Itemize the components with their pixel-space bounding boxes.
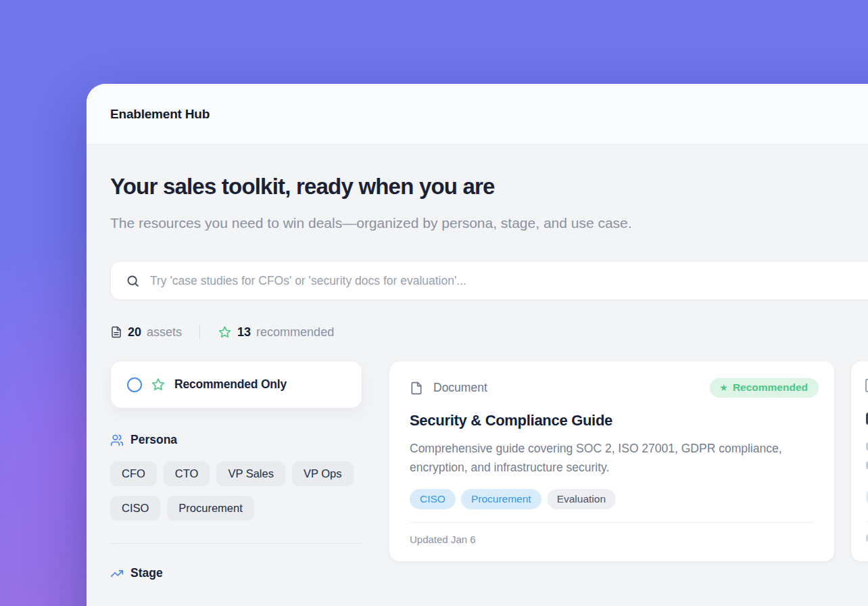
- search-input[interactable]: [150, 274, 868, 288]
- file-icon: [865, 379, 868, 392]
- asset-tags: CISO Procurement Evaluation: [410, 489, 819, 509]
- assets-label: assets: [147, 325, 182, 340]
- persona-chip-cto[interactable]: CTO: [164, 461, 210, 486]
- asset-description: Comprehensive guide covering SOC 2, ISO …: [410, 439, 809, 477]
- card-divider: [410, 522, 814, 523]
- assets-count: 20: [128, 325, 141, 340]
- asset-updated: Updated Jan 6: [410, 534, 819, 545]
- search-bar[interactable]: [110, 261, 868, 300]
- asset-card-security-compliance-guide[interactable]: Document ★ Recommended Security & Compli…: [389, 360, 835, 562]
- recommended-stat: 13 recommended: [218, 325, 334, 340]
- recommended-badge: ★ Recommended: [710, 378, 819, 398]
- recommended-only-label: Recommended Only: [174, 377, 287, 392]
- tag-evaluation[interactable]: Evaluation: [547, 489, 616, 509]
- persona-chip-procurement[interactable]: Procurement: [167, 496, 254, 521]
- trending-up-icon: [110, 567, 124, 580]
- recommended-count: 13: [237, 325, 251, 340]
- file-icon: [410, 380, 423, 396]
- star-icon: [151, 377, 166, 392]
- window-header: Enablement Hub: [87, 84, 868, 145]
- asset-type-label: Document: [433, 381, 487, 395]
- recommended-label: recommended: [256, 325, 334, 340]
- card-top-row: Document ★ Recommended: [410, 378, 819, 398]
- asset-cards-row: Document ★ Recommended Security & Compli…: [389, 360, 868, 580]
- page-subtitle: The resources you need to win deals—orga…: [110, 210, 670, 237]
- persona-chips: CFO CTO VP Sales VP Ops CISO Procurement: [110, 461, 362, 521]
- desktop: { "app": { "title": "Enablement Hub" }, …: [0, 0, 868, 606]
- asset-title: Security & Compliance Guide: [410, 412, 819, 429]
- stage-label: Stage: [130, 566, 163, 580]
- recommended-only-toggle[interactable]: Recommended Only: [110, 360, 362, 409]
- stats-divider: [199, 325, 200, 340]
- main-row: Recommended Only Persona CFO CTO VP Sale…: [110, 360, 868, 580]
- page-title: Your sales toolkit, ready when you are: [110, 174, 868, 200]
- persona-heading: Persona: [110, 433, 362, 447]
- persona-chip-ciso[interactable]: CISO: [110, 496, 160, 521]
- tag-ciso[interactable]: CISO: [410, 489, 456, 509]
- main-content: Your sales toolkit, ready when you are T…: [87, 174, 868, 580]
- file-text-icon: [110, 325, 122, 339]
- assets-stat: 20 assets: [110, 325, 182, 340]
- tag-procurement[interactable]: Procurement: [461, 489, 541, 509]
- app-window: Enablement Hub Your sales toolkit, ready…: [87, 84, 868, 606]
- sidebar-divider: [110, 543, 362, 544]
- persona-chip-vp-sales[interactable]: VP Sales: [216, 461, 285, 486]
- users-icon: [110, 434, 124, 447]
- toggle-circle-icon[interactable]: [127, 377, 142, 392]
- search-icon: [126, 274, 140, 288]
- star-icon: [218, 325, 232, 340]
- persona-label: Persona: [130, 433, 177, 447]
- stats-row: 20 assets 13 recommended: [110, 323, 868, 341]
- persona-chip-vp-ops[interactable]: VP Ops: [292, 461, 354, 486]
- app-title: Enablement Hub: [110, 107, 210, 122]
- stage-heading: Stage: [110, 566, 362, 580]
- filter-sidebar: Recommended Only Persona CFO CTO VP Sale…: [110, 360, 362, 580]
- star-filled-icon: ★: [719, 383, 728, 392]
- persona-chip-cfo[interactable]: CFO: [110, 461, 157, 486]
- asset-card-partial[interactable]: [850, 360, 868, 562]
- badge-label: Recommended: [733, 381, 808, 394]
